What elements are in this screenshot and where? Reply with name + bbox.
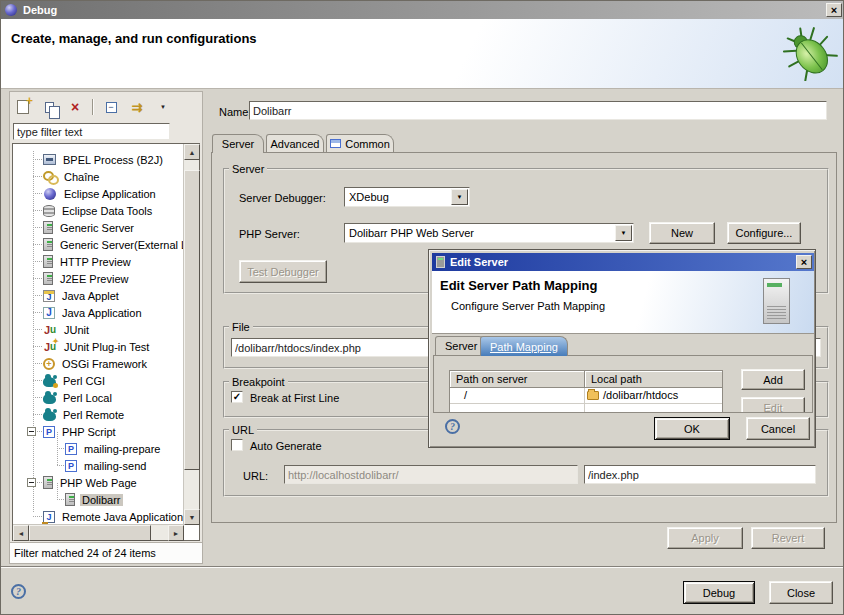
java-application-icon bbox=[43, 307, 55, 319]
add-mapping-button[interactable]: Add bbox=[741, 369, 805, 390]
perl-cgi-icon bbox=[43, 377, 56, 387]
table-row[interactable]: / /dolibarr/htdocs bbox=[450, 388, 722, 403]
tree-rows: BPEL Process (B2J) Chaîne Eclipse Applic… bbox=[13, 144, 184, 525]
dialog-titlebar[interactable]: Edit Server × bbox=[432, 253, 814, 271]
tree-item[interactable]: mailing-prepare bbox=[13, 440, 184, 457]
tree-item[interactable]: Eclipse Data Tools bbox=[13, 202, 184, 219]
new-configuration-button[interactable] bbox=[14, 99, 32, 116]
tab-common[interactable]: Common bbox=[326, 134, 394, 152]
perl-icon bbox=[43, 394, 56, 404]
auto-generate-checkbox[interactable] bbox=[231, 439, 243, 451]
scroll-down-button[interactable]: ▼ bbox=[184, 509, 200, 525]
tree-item[interactable]: HTTP Preview bbox=[13, 253, 184, 270]
server-debugger-combo[interactable]: XDebug ▼ bbox=[344, 187, 470, 207]
duplicate-configuration-button[interactable] bbox=[40, 99, 58, 116]
dialog-header: Edit Server Path Mapping Configure Serve… bbox=[432, 271, 814, 334]
window-close-button[interactable]: × bbox=[826, 3, 842, 17]
horizontal-scrollbar-thumb[interactable] bbox=[29, 525, 151, 541]
check-icon: ✓ bbox=[233, 391, 241, 402]
path-mapping-panel: Path on server Local path / /dolibarr/ht… bbox=[433, 355, 813, 413]
url-label: URL: bbox=[243, 467, 268, 485]
configure-button[interactable]: Configure... bbox=[727, 222, 801, 244]
debug-window: Debug × Create, manage, and run configur… bbox=[0, 0, 844, 615]
debug-button[interactable]: Debug bbox=[683, 581, 755, 604]
close-button[interactable]: Close bbox=[769, 581, 833, 604]
toolbar-separator bbox=[92, 99, 94, 115]
delete-configuration-button[interactable]: × bbox=[66, 99, 84, 116]
horizontal-scrollbar[interactable]: ◄ ► bbox=[13, 524, 184, 540]
apply-button[interactable]: Apply bbox=[667, 527, 743, 549]
filter-icon: ⇉ bbox=[132, 100, 143, 115]
tree-item[interactable]: Java Applet bbox=[13, 287, 184, 304]
tree-item[interactable]: ✦JUnit Plug-in Test bbox=[13, 338, 184, 355]
auto-generate-label: Auto Generate bbox=[250, 437, 322, 455]
tree-item[interactable]: JUnit bbox=[13, 321, 184, 338]
server-debugger-label: Server Debugger: bbox=[239, 189, 326, 207]
new-config-icon bbox=[17, 100, 29, 114]
tab-server[interactable]: Server bbox=[212, 134, 264, 153]
dialog-tab-path-mapping[interactable]: Path Mapping bbox=[480, 336, 568, 356]
tree-item[interactable]: BPEL Process (B2J) bbox=[13, 151, 184, 168]
tree-item[interactable]: Perl Local bbox=[13, 389, 184, 406]
dialog-close-button[interactable]: × bbox=[796, 255, 812, 269]
window-title: Debug bbox=[23, 4, 57, 16]
server-icon bbox=[43, 255, 53, 268]
window-titlebar[interactable]: Debug × bbox=[1, 1, 844, 19]
edit-server-dialog: Edit Server × Edit Server Path Mapping C… bbox=[428, 249, 816, 448]
name-input[interactable] bbox=[249, 101, 827, 120]
collapse-expander[interactable] bbox=[27, 478, 36, 487]
scroll-up-button[interactable]: ▲ bbox=[184, 144, 200, 160]
configurations-tree: BPEL Process (B2J) Chaîne Eclipse Applic… bbox=[12, 143, 200, 541]
tree-item[interactable]: Generic Server(External La bbox=[13, 236, 184, 253]
vertical-scrollbar[interactable]: ▲ ▼ bbox=[183, 144, 199, 525]
new-server-button[interactable]: New bbox=[649, 222, 715, 244]
scroll-left-button[interactable]: ◄ bbox=[13, 525, 29, 541]
remote-java-icon bbox=[43, 511, 55, 523]
tree-item[interactable]: PHP Web Page bbox=[13, 474, 184, 491]
cancel-button[interactable]: Cancel bbox=[746, 417, 810, 440]
php-server-combo[interactable]: Dolibarr PHP Web Server ▼ bbox=[344, 223, 634, 243]
break-first-line-checkbox[interactable]: ✓ bbox=[231, 391, 243, 403]
menu-caret-icon: ▼ bbox=[160, 104, 166, 110]
collapse-all-button[interactable]: − bbox=[102, 99, 120, 116]
tab-advanced[interactable]: Advanced bbox=[266, 134, 324, 152]
server-tower-illustration bbox=[763, 278, 790, 324]
footer-separator bbox=[1, 566, 844, 568]
tree-item[interactable]: Perl CGI bbox=[13, 372, 184, 389]
tree-item[interactable]: Chaîne bbox=[13, 168, 184, 185]
tree-item[interactable]: mailing-send bbox=[13, 457, 184, 474]
filter-configurations-button[interactable]: ⇉ bbox=[128, 99, 146, 116]
scroll-right-button[interactable]: ► bbox=[168, 525, 184, 541]
dialog-title: Edit Server bbox=[450, 256, 508, 268]
php-server-label: PHP Server: bbox=[239, 225, 300, 243]
vertical-scrollbar-thumb[interactable] bbox=[184, 170, 200, 470]
help-icon[interactable]: ? bbox=[11, 584, 26, 599]
tree-item[interactable]: Generic Server bbox=[13, 219, 184, 236]
url-path-input[interactable] bbox=[584, 465, 816, 484]
server-icon bbox=[436, 256, 445, 268]
tree-item[interactable]: J2EE Preview bbox=[13, 270, 184, 287]
chevron-down-icon[interactable]: ▼ bbox=[615, 225, 632, 241]
test-debugger-button[interactable]: Test Debugger bbox=[239, 260, 327, 283]
toolbar-menu-button[interactable]: ▼ bbox=[154, 99, 172, 116]
tree-item[interactable]: PHP Script bbox=[13, 423, 184, 440]
banner-heading: Create, manage, and run configurations bbox=[11, 31, 844, 46]
duplicate-icon bbox=[45, 102, 54, 113]
collapse-expander[interactable] bbox=[27, 427, 36, 436]
collapse-all-icon: − bbox=[106, 102, 117, 113]
tree-item[interactable]: OSGi Framework bbox=[13, 355, 184, 372]
revert-button[interactable]: Revert bbox=[751, 527, 825, 549]
tree-item[interactable]: Remote Java Application bbox=[13, 508, 184, 525]
eclipse-application-icon bbox=[44, 188, 56, 200]
tree-item[interactable]: Perl Remote bbox=[13, 406, 184, 423]
php-web-page-icon bbox=[65, 493, 75, 506]
tree-item[interactable]: Eclipse Application bbox=[13, 185, 184, 202]
filter-input[interactable] bbox=[13, 123, 170, 140]
tree-item-selected[interactable]: Dolibarr bbox=[13, 491, 184, 508]
name-label: Name: bbox=[219, 103, 251, 121]
ok-button[interactable]: OK bbox=[654, 417, 730, 440]
chevron-down-icon[interactable]: ▼ bbox=[451, 189, 468, 205]
bug-illustration bbox=[781, 27, 839, 81]
tree-item[interactable]: Java Application bbox=[13, 304, 184, 321]
dialog-help-icon[interactable]: ? bbox=[445, 419, 460, 434]
